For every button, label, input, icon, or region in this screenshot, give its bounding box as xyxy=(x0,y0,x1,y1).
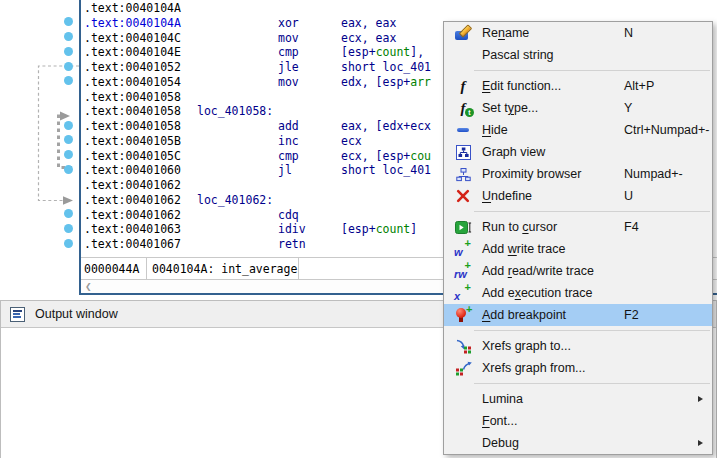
mnemonic: jl xyxy=(278,163,292,178)
xrefs-from-icon xyxy=(444,361,482,376)
operands: [esp+count] xyxy=(341,222,417,237)
address: .text:0040104A xyxy=(84,16,181,31)
menu-item-label: Proximity browser xyxy=(482,167,624,181)
trace-rw-icon: rw+ xyxy=(444,263,482,279)
menu-item-label: Rename xyxy=(482,26,624,40)
mnemonic: xor xyxy=(278,16,299,31)
menu-item-shortcut: N xyxy=(624,26,712,40)
menu-item-font[interactable]: Font... xyxy=(444,410,712,432)
menu-item-label: Edit function... xyxy=(482,79,624,93)
trace-x-icon: x+ xyxy=(444,285,482,301)
label: loc_401058: xyxy=(197,104,273,119)
menu-item-label: Add breakpoint xyxy=(482,308,624,322)
mnemonic: inc xyxy=(278,134,299,149)
address: .text:00401058 xyxy=(84,119,181,134)
menu-item-add-read-write-trace[interactable]: rw+Add read/write trace xyxy=(444,260,712,282)
menu-item-add-write-trace[interactable]: w+Add write trace xyxy=(444,238,712,260)
address: .text:0040104A xyxy=(84,1,181,16)
submenu-arrow-icon xyxy=(698,396,703,402)
trace-w-icon: w+ xyxy=(444,241,482,257)
menu-item-graph-view[interactable]: Graph view xyxy=(444,141,712,163)
operands: short loc_401 xyxy=(341,60,431,75)
rename-icon xyxy=(444,25,482,41)
operands: ecx xyxy=(341,134,362,149)
menu-item-shortcut: Alt+P xyxy=(624,79,712,93)
context-menu: RenameNPascal stringfEdit function...Alt… xyxy=(443,21,713,455)
menu-item-shortcut: F2 xyxy=(624,308,712,322)
menu-item-shortcut: Y xyxy=(624,101,712,115)
address: .text:00401062 xyxy=(84,208,181,223)
menu-item-label: Lumina xyxy=(482,392,624,406)
undefine-icon xyxy=(444,189,482,203)
address: .text:0040105C xyxy=(84,149,181,164)
operands: ecx, eax xyxy=(341,31,396,46)
menu-item-label: Graph view xyxy=(482,145,624,159)
submenu-arrow-icon xyxy=(698,440,703,446)
scroll-left-arrow-icon[interactable]: ❮ xyxy=(85,282,92,291)
menu-separator xyxy=(474,70,710,71)
run-cursor-icon xyxy=(444,220,482,235)
listing-row[interactable]: .text:0040104A xyxy=(0,1,717,16)
mnemonic: cmp xyxy=(278,149,299,164)
menu-item-add-execution-trace[interactable]: x+Add execution trace xyxy=(444,282,712,304)
menu-item-set-type[interactable]: ftSet type...Y xyxy=(444,97,712,119)
mnemonic: cdq xyxy=(278,208,299,223)
menu-item-edit-function[interactable]: fEdit function...Alt+P xyxy=(444,75,712,97)
breakpoint-icon: + xyxy=(444,307,482,323)
address: .text:00401054 xyxy=(84,75,181,90)
menu-item-xrefs-graph-to[interactable]: Xrefs graph to... xyxy=(444,335,712,357)
menu-separator xyxy=(474,383,710,384)
operands: eax, eax xyxy=(341,16,396,31)
operands: ecx, [esp+cou xyxy=(341,149,431,164)
menu-item-debug[interactable]: Debug xyxy=(444,432,712,454)
address: .text:00401058 xyxy=(84,90,181,105)
menu-item-label: Debug xyxy=(482,436,624,450)
operands: edx, [esp+arr xyxy=(341,75,431,90)
menu-item-label: Set type... xyxy=(482,101,624,115)
proximity-icon xyxy=(444,167,482,182)
set-type-icon: ft xyxy=(444,100,482,116)
address: .text:00401052 xyxy=(84,60,181,75)
address: .text:00401062 xyxy=(84,178,181,193)
mnemonic: mov xyxy=(278,75,299,90)
menu-separator xyxy=(474,330,710,331)
address: .text:00401062 xyxy=(84,193,181,208)
menu-item-shortcut: F4 xyxy=(624,220,712,234)
ida-screenshot-root: .text:0040104A.text:0040104Axoreax, eax.… xyxy=(0,0,717,458)
menu-item-run-to-cursor[interactable]: Run to cursorF4 xyxy=(444,216,712,238)
graph-view-icon xyxy=(444,145,482,160)
mnemonic: jle xyxy=(278,60,299,75)
menu-item-undefine[interactable]: UndefineU xyxy=(444,185,712,207)
address: .text:00401058 xyxy=(84,104,181,119)
address: .text:0040104C xyxy=(84,31,181,46)
menu-item-label: Font... xyxy=(482,414,624,428)
menu-item-label: Add write trace xyxy=(482,242,624,256)
mnemonic: add xyxy=(278,119,299,134)
menu-item-label: Undefine xyxy=(482,189,624,203)
menu-separator xyxy=(474,211,710,212)
menu-item-label: Add read/write trace xyxy=(482,264,624,278)
menu-item-rename[interactable]: RenameN xyxy=(444,22,712,44)
menu-item-hide[interactable]: HideCtrl+Numpad+- xyxy=(444,119,712,141)
mnemonic: idiv xyxy=(278,222,306,237)
status-separator xyxy=(298,258,299,279)
menu-item-shortcut: Ctrl+Numpad+- xyxy=(624,123,712,137)
menu-item-lumina[interactable]: Lumina xyxy=(444,388,712,410)
menu-item-xrefs-graph-from[interactable]: Xrefs graph from... xyxy=(444,357,712,379)
address: .text:00401067 xyxy=(84,237,181,252)
menu-item-proximity-browser[interactable]: Proximity browserNumpad+- xyxy=(444,163,712,185)
menu-item-shortcut: Numpad+- xyxy=(624,167,712,181)
menu-item-label: Xrefs graph to... xyxy=(482,339,624,353)
menu-item-label: Pascal string xyxy=(482,48,624,62)
address: .text:0040104E xyxy=(84,45,181,60)
address: .text:00401060 xyxy=(84,163,181,178)
menu-item-label: Hide xyxy=(482,123,624,137)
menu-item-pascal-string[interactable]: Pascal string xyxy=(444,44,712,66)
label: loc_401062: xyxy=(197,193,273,208)
mnemonic: retn xyxy=(278,237,306,252)
menu-item-add-breakpoint[interactable]: +Add breakpointF2 xyxy=(444,304,712,326)
xrefs-to-icon xyxy=(444,339,482,354)
output-window-icon xyxy=(10,307,25,322)
operands: eax, [edx+ecx xyxy=(341,119,431,134)
output-window-title: Output window xyxy=(35,307,118,321)
